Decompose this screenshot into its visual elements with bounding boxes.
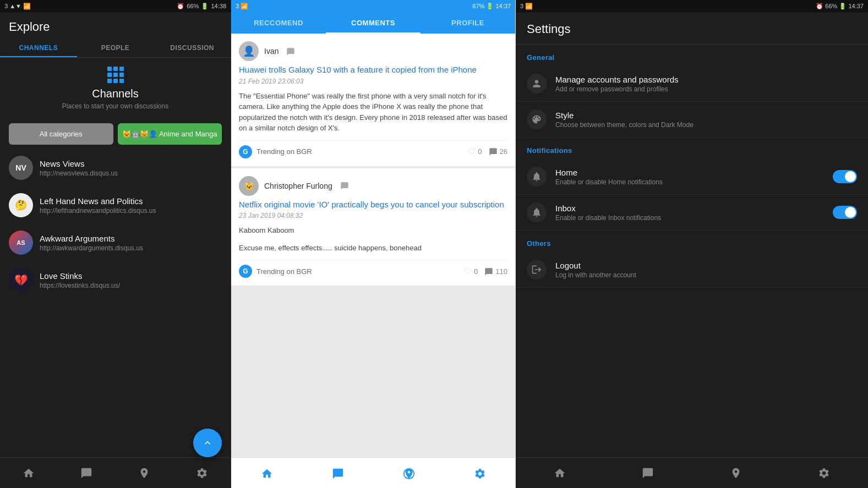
settings-item-inbox-notif[interactable]: Inbox Enable or disable Inbox notificati… <box>516 195 868 231</box>
comment-date-2: 23 Jan 2019 04:08:32 <box>239 212 507 220</box>
clock-icon: ⏰ <box>177 3 184 10</box>
settings-home-nav[interactable] <box>549 462 570 484</box>
comments-home-icon[interactable] <box>256 462 277 485</box>
home-notif-toggle-knob <box>845 171 856 182</box>
comments-stat-2: 110 <box>484 266 507 276</box>
settings-title: Settings <box>516 12 868 45</box>
source-logo-2: G <box>239 265 252 278</box>
tab-channels[interactable]: CHANNELS <box>0 39 77 57</box>
channel-item-awkward[interactable]: AS Awkward Arguments http://awkwardargum… <box>0 224 231 261</box>
explore-nav-icon[interactable] <box>134 462 155 484</box>
heart-icon-2: ♡ <box>464 266 472 277</box>
tab-comments[interactable]: COMMENTS <box>326 12 421 34</box>
grid-dot-9 <box>119 79 124 83</box>
settings-channels-nav[interactable] <box>637 462 658 484</box>
channel-item-love-stinks[interactable]: 💔 Love Stinks https://lovestinks.disqus.… <box>0 261 231 299</box>
grid-dot-4 <box>107 73 112 77</box>
comments-explore-icon[interactable] <box>398 462 419 485</box>
heart-icon-1: ♡ <box>468 146 476 157</box>
channel-info-news-views: News Views http://newsviews.disqus.us <box>40 159 222 177</box>
inbox-notif-toggle[interactable] <box>833 206 857 219</box>
channel-list: NV News Views http://newsviews.disqus.us… <box>0 149 231 457</box>
comments-time: 14:37 <box>495 3 511 9</box>
time-display: 14:38 <box>211 3 226 9</box>
grid-dot-6 <box>119 73 124 77</box>
channels-subtitle: Places to start your own discussions <box>62 102 168 110</box>
tab-profile[interactable]: PROFILE <box>421 12 515 34</box>
channel-name-love-stinks: Love Stinks <box>40 271 222 281</box>
avatar-awkward: AS <box>9 231 33 255</box>
tab-discussion[interactable]: DISCUSSION <box>154 39 231 57</box>
channel-item-news-views[interactable]: NV News Views http://newsviews.disqus.us <box>0 149 231 187</box>
comment-stats-2: ♡ 0 110 <box>464 266 507 277</box>
section-label-others: Others <box>516 231 868 252</box>
settings-item-style[interactable]: Style Choose between theme, colors and D… <box>516 102 868 138</box>
comments-stat-1: 26 <box>489 147 507 157</box>
settings-explore-nav[interactable] <box>725 462 746 484</box>
accounts-title: Manage accounts and passwords <box>555 75 857 84</box>
inbox-notif-icon <box>527 202 547 222</box>
category-all-button[interactable]: All categories <box>9 123 113 145</box>
comment-source-row-1: G Trending on BGR ♡ 0 26 <box>239 140 507 158</box>
channel-name-news-views: News Views <box>40 159 222 168</box>
channel-info-left-hand: Left Hand News and Politics http://lefth… <box>40 196 222 215</box>
channel-url-left-hand: http://lefthandnewsandpolitics.disqus.us <box>40 207 222 215</box>
section-label-notifications: Notifications <box>516 138 868 159</box>
style-subtitle: Choose between theme, colors and Dark Mo… <box>555 121 857 129</box>
settings-item-accounts[interactable]: Manage accounts and passwords Add or rem… <box>516 66 868 102</box>
likes-stat-1: ♡ 0 <box>468 146 482 157</box>
tab-recommend[interactable]: RECCOMEND <box>231 12 326 34</box>
comments-bottom-nav <box>231 457 515 488</box>
settings-item-home-notif[interactable]: Home Enable or disable Home notification… <box>516 159 868 195</box>
settings-status-right: ⏰ 66% 🔋 14:37 <box>816 3 864 10</box>
home-nav-icon[interactable] <box>18 462 39 484</box>
tab-people[interactable]: PEOPLE <box>77 39 154 57</box>
bottom-nav-explore <box>0 457 231 488</box>
comment-card-2[interactable]: 🐱 Christopher Furlong Netflix original m… <box>231 168 515 286</box>
category-anime-button[interactable]: 😺🤖😸👤 Anime and Manga <box>118 123 222 145</box>
comment-stats-1: ♡ 0 26 <box>468 146 507 157</box>
channel-name-awkward: Awkward Arguments <box>40 234 222 243</box>
explore-tab-bar: CHANNELS PEOPLE DISCUSSION <box>0 39 231 58</box>
comment-type-icon-2 <box>340 181 349 190</box>
home-notif-toggle[interactable] <box>833 170 857 183</box>
status-bar-right: ⏰ 66% 🔋 14:38 <box>177 3 226 10</box>
fab-scroll-top[interactable] <box>193 429 222 457</box>
home-notif-title: Home <box>555 168 824 177</box>
comment-card-1[interactable]: 👤 Ivan Huawei trolls Galaxy S10 with a f… <box>231 34 515 166</box>
home-notif-text: Home Enable or disable Home notification… <box>555 168 824 186</box>
comment-title-1: Huawei trolls Galaxy S10 with a feature … <box>239 64 507 75</box>
comments-status-left: 3 📶 <box>236 3 248 10</box>
comments-channels-icon[interactable] <box>327 462 348 485</box>
logout-title: Logout <box>555 261 857 270</box>
grid-dot-1 <box>107 67 112 71</box>
channels-header: Channels Places to start your own discus… <box>0 58 231 119</box>
inbox-notif-text: Inbox Enable or disable Inbox notificati… <box>555 204 824 222</box>
settings-panel: 3 📶 ⏰ 66% 🔋 14:37 Settings General Manag… <box>516 0 868 488</box>
inbox-notif-subtitle: Enable or disable Inbox notifications <box>555 214 824 222</box>
settings-item-logout[interactable]: Logout Log in with another account <box>516 252 868 288</box>
logout-subtitle: Log in with another account <box>555 271 857 279</box>
source-name-2: Trending on BGR <box>256 267 460 276</box>
status-bar-left: 3 ▲▼ 📶 <box>4 3 31 10</box>
channels-grid-icon <box>107 67 124 83</box>
channel-url-love-stinks: https://lovestinks.disqus.us/ <box>40 282 222 289</box>
explore-panel: 3 ▲▼ 📶 ⏰ 66% 🔋 14:38 Explore CHANNELS PE… <box>0 0 231 488</box>
comments-settings-icon[interactable] <box>470 462 490 485</box>
avatar-initials-aa: AS <box>17 239 25 246</box>
grid-dot-2 <box>113 67 118 71</box>
comment-user-row-1: 👤 Ivan <box>239 41 507 61</box>
section-label-general: General <box>516 45 868 66</box>
comment-body-2a: Kaboom Kaboom <box>239 225 507 236</box>
comment-user-row-2: 🐱 Christopher Furlong <box>239 176 507 196</box>
avatar-left-hand: 🤔 <box>9 193 33 217</box>
comments-status-right: 67% 🔋 14:37 <box>472 3 511 10</box>
comments-panel: 3 📶 67% 🔋 14:37 RECCOMEND COMMENTS PROFI… <box>231 0 516 488</box>
channel-item-left-hand[interactable]: 🤔 Left Hand News and Politics http://lef… <box>0 187 231 224</box>
channel-info-love-stinks: Love Stinks https://lovestinks.disqus.us… <box>40 271 222 289</box>
channels-nav-icon[interactable] <box>76 462 97 484</box>
battery-percent: 66% <box>187 3 199 9</box>
comment-date-1: 21 Feb 2019 23:06:03 <box>239 78 507 85</box>
settings-settings-nav[interactable] <box>814 462 834 484</box>
settings-nav-icon[interactable] <box>192 462 212 484</box>
